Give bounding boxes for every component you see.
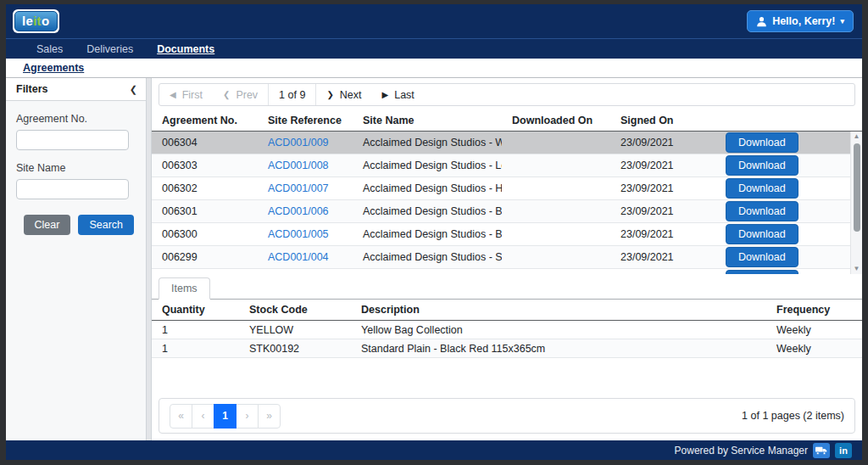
truck-icon <box>815 446 827 455</box>
items-first-page-button[interactable]: « <box>170 404 192 429</box>
table-row[interactable]: 006300 ACD001/005 Acclaimed Design Studi… <box>152 223 862 246</box>
nav-item-sales[interactable]: Sales <box>25 43 75 55</box>
service-manager-truck-icon[interactable] <box>813 443 830 458</box>
window-frame: leito Hello, Kerry! ▾ Sales Deliveries D… <box>0 0 868 465</box>
site-reference-link[interactable]: ACD001/006 <box>268 205 329 217</box>
cell-frequency: Weekly <box>766 324 862 336</box>
cell-signed-on: 23/09/2021 <box>610 228 719 240</box>
cell-agreement-no: 006300 <box>152 228 258 240</box>
list-item[interactable]: 1 YELLOW Yellow Bag Collection Weekly <box>152 321 862 339</box>
search-button[interactable]: Search <box>78 215 134 235</box>
download-button[interactable]: Download <box>726 178 798 199</box>
col-stock-code: Stock Code <box>239 304 351 316</box>
next-page-button[interactable]: ❯ Next <box>316 84 371 105</box>
first-page-label: First <box>182 89 203 101</box>
cell-signed-on: 23/09/2021 <box>610 182 719 194</box>
cell-agreement-no: 006304 <box>152 137 258 148</box>
col-signed-on: Signed On <box>610 115 719 126</box>
col-site-name: Site Name <box>353 115 502 126</box>
items-page-status: 1 of 1 pages (2 items) <box>742 410 844 422</box>
first-page-icon: ◀ <box>170 90 176 99</box>
cell-site-reference: ACD001/004 <box>258 251 353 263</box>
user-menu-button[interactable]: Hello, Kerry! ▾ <box>747 10 854 32</box>
sub-nav: Agreements <box>6 59 862 78</box>
items-next-page-button[interactable]: › <box>236 404 259 429</box>
items-last-page-button[interactable]: » <box>258 404 281 429</box>
items-table-header: Quantity Stock Code Description Frequenc… <box>152 300 862 321</box>
filters-title: Filters <box>16 83 48 95</box>
next-page-label: Next <box>340 89 362 101</box>
tab-items[interactable]: Items <box>159 277 210 300</box>
site-reference-link[interactable]: ACD001/007 <box>268 182 329 194</box>
scroll-up-icon[interactable]: ▲ <box>854 132 860 142</box>
cell-quantity: 1 <box>152 324 239 336</box>
download-button[interactable]: Download <box>726 201 798 221</box>
items-page-group: « ‹ 1 › » <box>170 404 281 429</box>
download-button[interactable]: Download <box>726 270 798 274</box>
items-table: Quantity Stock Code Description Frequenc… <box>152 300 862 358</box>
site-name-input[interactable] <box>16 179 129 199</box>
prev-page-button[interactable]: ❮ Prev <box>213 84 268 105</box>
cell-agreement-no: 006301 <box>152 205 258 217</box>
scroll-down-icon[interactable]: ▼ <box>854 264 860 274</box>
table-row[interactable]: 006302 ACD001/007 Acclaimed Design Studi… <box>152 177 862 200</box>
table-row[interactable]: 006301 ACD001/006 Acclaimed Design Studi… <box>152 200 862 223</box>
logo-part-2: it <box>33 14 42 28</box>
cell-description: Standard Plain - Black Red 115x365cm <box>351 343 766 355</box>
nav-item-deliveries[interactable]: Deliveries <box>75 43 145 55</box>
table-row[interactable]: 006304 ACD001/009 Acclaimed Design Studi… <box>152 132 862 154</box>
agreement-no-label: Agreement No. <box>16 113 136 125</box>
site-reference-link[interactable]: ACD001/005 <box>268 228 329 240</box>
last-page-icon: ▶ <box>381 90 388 99</box>
prev-page-label: Prev <box>236 89 258 101</box>
brand-logo[interactable]: leito <box>13 9 59 33</box>
site-reference-link[interactable]: ACD001/004 <box>268 251 329 263</box>
cell-site-name: Acclaimed Design Studios - Letch... <box>353 160 502 171</box>
cell-signed-on: 23/09/2021 <box>610 205 719 217</box>
clear-button[interactable]: Clear <box>24 215 71 235</box>
table-row[interactable]: Download <box>152 269 862 274</box>
subnav-item-agreements[interactable]: Agreements <box>23 62 84 74</box>
cell-description: Yellow Bag Collection <box>351 324 766 336</box>
cell-site-reference: ACD001/009 <box>258 137 353 148</box>
cell-quantity: 1 <box>152 343 239 355</box>
cell-actions: Download <box>719 178 862 199</box>
cell-site-name: Acclaimed Design Studios - Wim... <box>353 137 502 148</box>
download-button[interactable]: Download <box>726 155 798 176</box>
cell-site-reference: ACD001/006 <box>258 205 353 217</box>
col-frequency: Frequency <box>766 304 862 316</box>
agreement-no-input[interactable] <box>16 130 129 150</box>
nav-item-documents[interactable]: Documents <box>145 43 226 55</box>
prev-page-icon: ❮ <box>223 90 230 99</box>
cell-stock-code: YELLOW <box>239 324 351 336</box>
cell-site-reference: ACD001/008 <box>258 160 353 171</box>
table-row[interactable]: 006299 ACD001/004 Acclaimed Design Studi… <box>152 246 862 269</box>
linkedin-icon[interactable]: in <box>835 443 852 458</box>
cell-actions: Download <box>719 224 862 244</box>
cell-site-reference: ACD001/007 <box>258 182 353 194</box>
table-row[interactable]: 006303 ACD001/008 Acclaimed Design Studi… <box>152 154 862 177</box>
col-downloaded-on: Downloaded On <box>502 115 610 126</box>
vertical-scrollbar[interactable]: ▲ ▼ <box>850 132 862 274</box>
last-page-button[interactable]: ▶ Last <box>371 84 424 105</box>
cell-site-name: Acclaimed Design Studios - Bedf... <box>353 228 502 240</box>
items-page-1-button[interactable]: 1 <box>214 404 236 429</box>
col-agreement-no: Agreement No. <box>152 115 258 126</box>
cell-actions: Download <box>719 132 862 153</box>
collapse-panel-icon[interactable]: ❮ <box>130 84 137 95</box>
site-reference-link[interactable]: ACD001/008 <box>268 160 329 171</box>
download-button[interactable]: Download <box>726 247 798 267</box>
items-prev-page-button[interactable]: ‹ <box>192 404 214 429</box>
top-header: leito Hello, Kerry! ▾ <box>6 4 862 38</box>
cell-actions: Download <box>719 155 862 176</box>
first-page-button[interactable]: ◀ First <box>159 84 213 105</box>
agreements-table: Agreement No. Site Reference Site Name D… <box>152 109 862 274</box>
items-pagination: « ‹ 1 › » 1 of 1 pages (2 items) <box>159 398 855 434</box>
footer: Powered by Service Manager in <box>6 440 862 460</box>
cell-stock-code: STK00192 <box>239 343 351 355</box>
scrollbar-thumb[interactable] <box>854 143 860 232</box>
list-item[interactable]: 1 STK00192 Standard Plain - Black Red 11… <box>152 339 862 358</box>
download-button[interactable]: Download <box>726 132 798 153</box>
site-reference-link[interactable]: ACD001/009 <box>268 137 329 148</box>
download-button[interactable]: Download <box>726 224 798 244</box>
